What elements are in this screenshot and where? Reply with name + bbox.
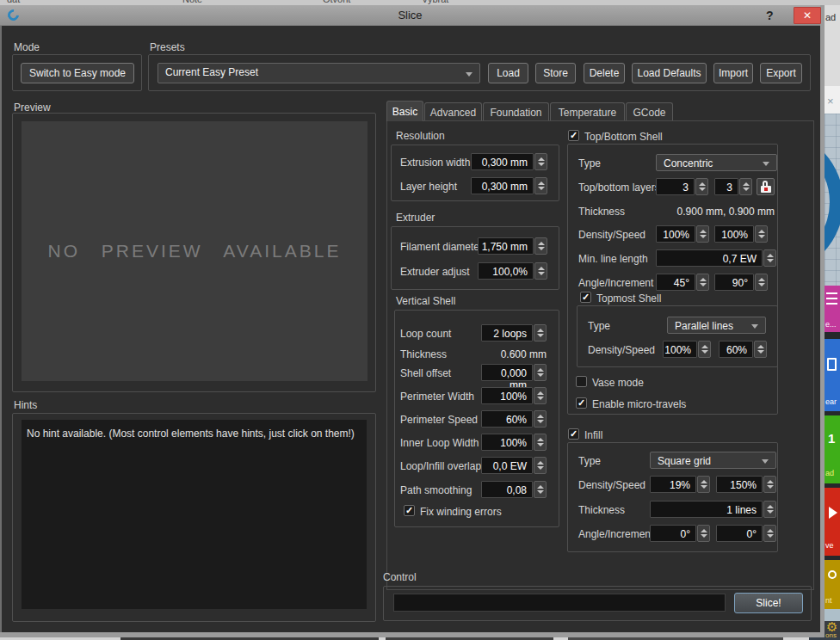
lines-icon — [826, 292, 837, 294]
topmost-speed-spinner[interactable] — [754, 341, 767, 358]
infill-speed-input[interactable]: 150% — [716, 476, 763, 493]
min-line-length-input[interactable]: 0,7 EW — [656, 249, 763, 267]
top-bottom-shell-checkbox[interactable]: ✓ — [568, 130, 579, 141]
infill-checkbox[interactable]: ✓ — [568, 428, 579, 440]
delete-button[interactable]: Delete — [584, 63, 625, 83]
tbs-layers-spinner-2[interactable] — [739, 178, 752, 195]
close-icon[interactable]: × — [827, 95, 834, 108]
layer-height-spinner[interactable] — [534, 177, 547, 194]
store-button[interactable]: Store — [535, 63, 576, 83]
dialog-title: Slice — [0, 5, 820, 26]
preset-select[interactable]: Current Easy Preset — [158, 63, 480, 83]
inner-loop-width-input[interactable]: 100% — [481, 434, 533, 451]
topmost-shell-checkbox[interactable]: ✓ — [580, 292, 591, 303]
vase-mode-checkbox[interactable] — [576, 376, 587, 387]
tbs-speed-input[interactable]: 100% — [714, 225, 754, 243]
extrusion-width-spinner[interactable] — [534, 153, 547, 170]
loop-count-spinner[interactable] — [534, 324, 547, 342]
tbs-layers-spinner-1[interactable] — [695, 178, 708, 195]
tbs-angle-spinner[interactable] — [696, 274, 709, 291]
path-smoothing-spinner[interactable] — [534, 481, 547, 498]
shell-offset-input[interactable]: 0,000 mm — [481, 364, 533, 381]
extrusion-width-input[interactable]: 0,300 mm — [471, 153, 534, 170]
import-button[interactable]: Import — [713, 63, 753, 83]
perimeter-speed-spinner[interactable] — [534, 410, 547, 428]
tab-temperature[interactable]: Temperature — [550, 102, 625, 121]
tbs-speed-spinner[interactable] — [755, 225, 768, 243]
infill-angle-spinner[interactable] — [697, 525, 710, 542]
preset-select-value: Current Easy Preset — [165, 66, 258, 78]
tab-basic[interactable]: Basic — [386, 101, 423, 121]
shell-offset-spinner[interactable] — [534, 364, 547, 381]
toolbar-button-print[interactable]: nt — [825, 560, 840, 609]
control-group-label: Control — [383, 571, 417, 583]
perimeter-width-input[interactable]: 100% — [481, 387, 533, 404]
switch-easy-mode-button[interactable]: Switch to Easy mode — [21, 63, 134, 83]
enable-micro-travels-checkbox[interactable]: ✓ — [576, 397, 587, 409]
infill-thickness-input[interactable]: 1 lines — [650, 501, 763, 518]
fix-winding-errors-checkbox[interactable]: ✓ — [404, 505, 415, 516]
loop-count-input[interactable]: 2 loops — [481, 324, 533, 342]
tbs-layers-input-1[interactable]: 3 — [656, 178, 695, 195]
loop-infill-overlap-spinner[interactable] — [534, 457, 547, 474]
tbs-density-spinner[interactable] — [696, 225, 709, 243]
dialog-titlebar[interactable]: Slice ? ✕ — [0, 5, 820, 26]
enable-micro-travels-label: Enable micro-travels — [592, 398, 686, 410]
infill-increment-input[interactable]: 0° — [716, 525, 763, 542]
toolbar-button-clear[interactable]: ear — [825, 339, 840, 411]
infill-type-select[interactable]: Square grid — [650, 452, 776, 469]
topmost-type-label: Type — [588, 320, 610, 332]
load-button[interactable]: Load — [488, 63, 528, 83]
tbs-type-select[interactable]: Concentric — [656, 154, 777, 171]
min-line-length-spinner[interactable] — [763, 249, 776, 267]
inner-loop-width-spinner[interactable] — [534, 434, 547, 451]
tab-gcode[interactable]: GCode — [626, 102, 673, 121]
tbs-layers-input-2[interactable]: 3 — [714, 178, 738, 195]
infill-increment-spinner[interactable] — [763, 525, 776, 542]
perimeter-speed-input[interactable]: 60% — [481, 410, 533, 428]
topmost-speed-input[interactable]: 60% — [719, 341, 753, 358]
infill-density-input[interactable]: 19% — [650, 476, 696, 493]
toolbar-button-label: ad — [825, 469, 834, 477]
extruder-adjust-input[interactable]: 100,0% — [478, 262, 534, 280]
toolbar-button-load[interactable]: 1 ad — [825, 415, 840, 483]
lock-layers-button[interactable] — [757, 178, 775, 195]
filament-diameter-spinner[interactable] — [534, 237, 547, 255]
extruder-adjust-spinner[interactable] — [534, 262, 547, 280]
layer-height-label: Layer height — [400, 181, 457, 193]
slice-button[interactable]: Slice! — [734, 593, 803, 613]
load-defaults-button[interactable]: Load Defaults — [632, 63, 707, 83]
top-bottom-shell-group-label: Top/Bottom Shell — [584, 131, 663, 143]
infill-type-label: Type — [578, 455, 601, 467]
toolbar-button-save[interactable]: ve — [825, 488, 840, 556]
tbs-increment-input[interactable]: 90° — [714, 274, 754, 291]
infill-speed-spinner[interactable] — [763, 476, 776, 493]
filament-diameter-input[interactable]: 1,750 mm — [478, 237, 534, 255]
tbs-angle-input[interactable]: 45° — [656, 274, 695, 291]
loop-infill-overlap-input[interactable]: 0,0 EW — [481, 457, 533, 474]
topmost-density-spinner[interactable] — [698, 341, 711, 358]
infill-angle-input[interactable]: 0° — [650, 525, 696, 542]
help-button[interactable]: ? — [766, 9, 774, 22]
infill-density-spinner[interactable] — [697, 476, 710, 493]
tab-foundation[interactable]: Foundation — [483, 102, 549, 121]
export-button[interactable]: Export — [760, 63, 802, 83]
vshell-thickness-label: Thickness — [400, 348, 447, 360]
tbs-increment-spinner[interactable] — [755, 274, 768, 291]
toolbar-button-label: e... — [825, 320, 837, 329]
topmost-density-input[interactable]: 100% — [663, 341, 697, 358]
tbs-angle-increment-label: Angle/Increment — [578, 277, 653, 289]
toolbar-button-layers[interactable]: e... — [825, 286, 840, 332]
lines-icon — [826, 298, 837, 299]
topmost-type-select[interactable]: Parallel lines — [667, 317, 766, 334]
no-preview-text: NO PREVIEW AVAILABLE — [48, 241, 342, 262]
path-smoothing-input[interactable]: 0,08 — [481, 481, 533, 498]
logo-arc — [825, 129, 840, 275]
mode-group-label: Mode — [14, 41, 40, 53]
perimeter-width-spinner[interactable] — [534, 387, 547, 404]
tbs-density-input[interactable]: 100% — [656, 225, 695, 243]
infill-thickness-spinner[interactable] — [763, 501, 776, 518]
close-button[interactable]: ✕ — [794, 7, 821, 24]
tab-advanced[interactable]: Advanced — [424, 102, 482, 121]
layer-height-input[interactable]: 0,300 mm — [471, 177, 534, 194]
